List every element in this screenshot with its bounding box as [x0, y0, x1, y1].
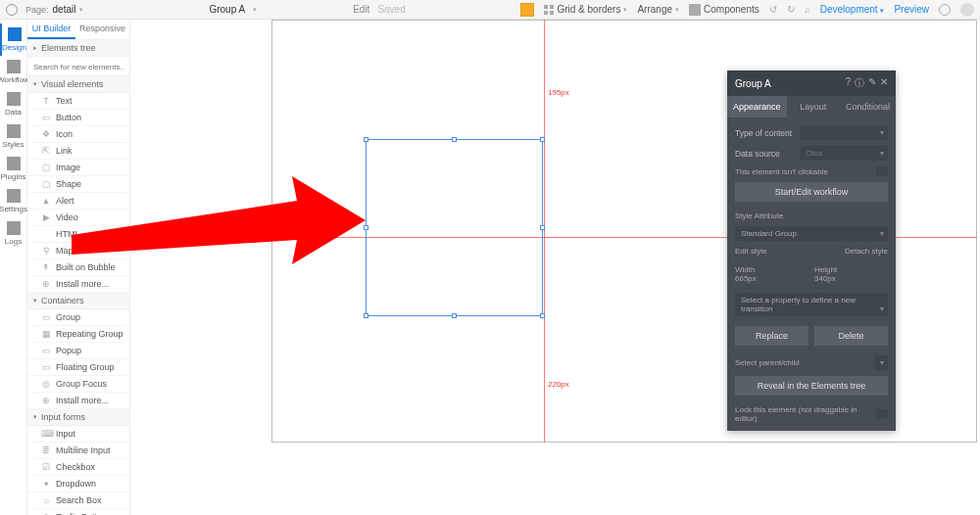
element-label: Input	[56, 429, 75, 439]
edit-style-link[interactable]: Edit style	[735, 247, 766, 256]
input-form-input[interactable]: ⌨Input	[27, 426, 129, 443]
help-icon[interactable]	[939, 4, 951, 16]
grid-borders-menu[interactable]: Grid & borders▾	[544, 4, 627, 15]
styles-icon	[7, 124, 21, 138]
visual-element-text[interactable]: TText	[27, 93, 129, 110]
data-source-input[interactable]: Click	[800, 146, 888, 161]
tab-conditional[interactable]: Conditional	[840, 96, 896, 117]
not-clickable-text: This element isn't clickable	[735, 167, 870, 176]
input-form-radio-buttons[interactable]: ◉Radio Buttons	[27, 509, 129, 515]
detach-style-link[interactable]: Detach style	[845, 247, 888, 256]
container-group-focus[interactable]: ◎Group Focus	[27, 376, 129, 393]
chevron-down-icon[interactable]: ▾	[253, 6, 257, 14]
visual-element-icon[interactable]: ❖Icon	[27, 126, 129, 143]
replace-button[interactable]: Replace	[735, 326, 808, 346]
style-dropdown[interactable]: Standard Group	[735, 226, 888, 241]
type-of-content-dropdown[interactable]	[800, 125, 888, 140]
section-elements-tree[interactable]: ▸Elements tree	[27, 40, 129, 57]
chevron-down-icon: ▾	[33, 297, 37, 304]
visual-element-shape[interactable]: ▢Shape	[27, 176, 129, 193]
components-menu[interactable]: Components	[689, 4, 760, 16]
section-visual-elements[interactable]: ▾Visual elements	[27, 76, 129, 93]
element-icon: ▢	[41, 163, 51, 172]
container-install-more-[interactable]: ⊕Install more...	[27, 393, 129, 409]
comment-icon[interactable]: ✎	[868, 76, 876, 90]
dim-left: 177px	[312, 229, 335, 238]
tab-ui-builder[interactable]: UI Builder	[27, 20, 75, 39]
element-label: Video	[56, 212, 78, 222]
grid-icon	[544, 5, 554, 15]
page-name[interactable]: detail	[53, 4, 76, 15]
nav-styles[interactable]: Styles	[0, 120, 27, 153]
nav-logs[interactable]: Logs	[0, 217, 27, 250]
container-group[interactable]: ▭Group	[27, 309, 129, 326]
plan-badge-icon[interactable]	[520, 3, 534, 17]
help-icon[interactable]: ?	[845, 76, 851, 90]
design-icon	[8, 27, 22, 41]
element-icon: ▭	[41, 113, 51, 122]
element-icon	[41, 229, 51, 239]
visual-element-video[interactable]: ▶Video	[27, 210, 129, 226]
element-icon: ▲	[41, 196, 51, 206]
select-parent-dropdown[interactable]	[874, 355, 888, 370]
preview-link[interactable]: Preview	[894, 4, 929, 15]
element-label: Dropdown	[56, 479, 96, 489]
arrange-menu[interactable]: Arrange▾	[637, 4, 679, 15]
element-label: Built on Bubble	[56, 262, 116, 272]
input-form-search-box[interactable]: ⌕Search Box	[27, 492, 129, 509]
tab-responsive[interactable]: Responsive	[75, 20, 129, 39]
delete-button[interactable]: Delete	[814, 326, 888, 346]
selected-element[interactable]	[366, 139, 543, 316]
container-floating-group[interactable]: ▭Floating Group	[27, 359, 129, 376]
section-input-forms[interactable]: ▾Input forms	[27, 409, 129, 426]
element-icon: ▭	[41, 346, 51, 355]
visual-element-alert[interactable]: ▲Alert	[27, 193, 129, 210]
avatar[interactable]	[960, 3, 974, 17]
nav-settings[interactable]: Settings	[0, 185, 27, 217]
redo-icon[interactable]: ↻	[787, 4, 795, 15]
visual-element-image[interactable]: ▢Image	[27, 160, 129, 176]
container-repeating-group[interactable]: ▦Repeating Group	[27, 326, 129, 343]
canvas[interactable]: 195px 177px 220px 220px Group A ? ⓘ ✎ ✕	[130, 20, 980, 515]
input-form-multiline-input[interactable]: ≣Multiline Input	[27, 443, 129, 459]
reveal-button[interactable]: Reveal in the Elements tree	[735, 376, 888, 396]
element-label: Floating Group	[56, 362, 115, 372]
page-label: Page:	[25, 5, 49, 15]
section-containers[interactable]: ▾Containers	[27, 293, 129, 309]
plugins-icon	[7, 157, 21, 170]
nav-design[interactable]: Design	[0, 23, 27, 56]
visual-element-button[interactable]: ▭Button	[27, 110, 129, 126]
logs-icon	[7, 221, 21, 235]
visual-element-built-on-bubble[interactable]: ↟Built on Bubble	[27, 259, 129, 276]
close-icon[interactable]: ✕	[880, 76, 888, 90]
input-form-dropdown[interactable]: ▾Dropdown	[27, 476, 129, 492]
undo-icon[interactable]: ↺	[769, 4, 777, 15]
visual-element-install-more-[interactable]: ⊕Install more...	[27, 276, 129, 293]
search-icon[interactable]: ⌕	[805, 4, 810, 15]
elements-panel: UI Builder Responsive ▸Elements tree ▾Vi…	[27, 20, 130, 515]
inspector-panel[interactable]: Group A ? ⓘ ✎ ✕ Appearance Layout Condit…	[727, 70, 896, 431]
transition-dropdown[interactable]: Select a property to define a new transi…	[735, 293, 888, 316]
breadcrumb-group[interactable]: Group A	[209, 4, 245, 15]
container-popup[interactable]: ▭Popup	[27, 343, 129, 359]
development-menu[interactable]: Development ▾	[820, 4, 885, 15]
element-label: Button	[56, 113, 81, 122]
input-form-checkbox[interactable]: ☑Checkbox	[27, 459, 129, 476]
element-icon: ▦	[41, 329, 51, 339]
visual-element-map[interactable]: ⚲Map	[27, 243, 129, 259]
start-workflow-button[interactable]: Start/Edit workflow	[735, 182, 888, 202]
nav-plugins[interactable]: Plugins	[0, 153, 27, 185]
lock-toggle[interactable]	[876, 409, 888, 419]
tab-layout[interactable]: Layout	[787, 96, 840, 117]
edit-menu[interactable]: Edit	[353, 4, 369, 15]
visual-element-link[interactable]: ⇱Link	[27, 143, 129, 160]
tab-appearance[interactable]: Appearance	[727, 96, 787, 117]
nav-workflow[interactable]: Workflow	[0, 56, 27, 88]
chevron-down-icon[interactable]: ▾	[79, 6, 83, 14]
nav-data[interactable]: Data	[0, 88, 27, 120]
clickable-toggle[interactable]	[876, 166, 888, 176]
search-input[interactable]	[33, 63, 123, 71]
info-icon[interactable]: ⓘ	[855, 76, 864, 90]
element-icon: ≣	[41, 445, 51, 455]
visual-element-html[interactable]: HTML	[27, 226, 129, 243]
